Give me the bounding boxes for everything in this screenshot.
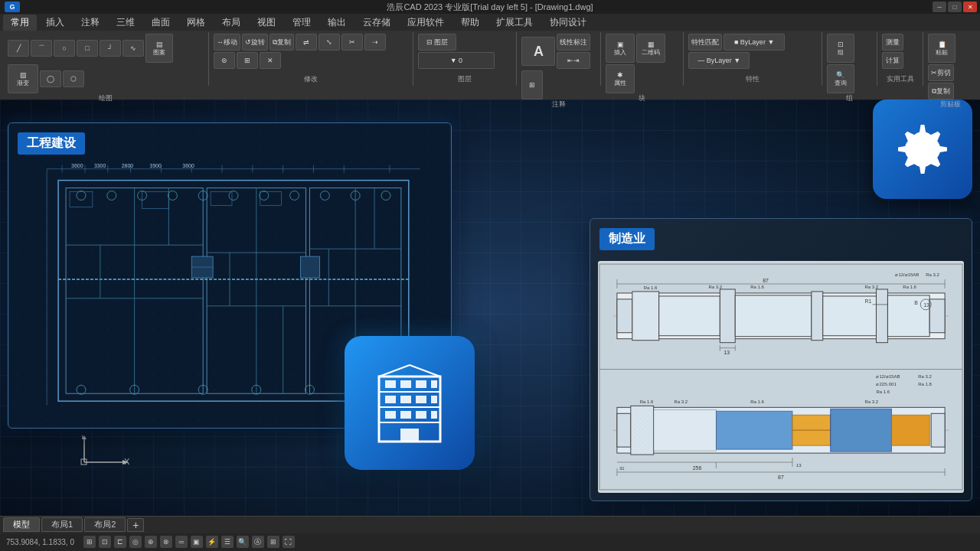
tab-output[interactable]: 输出 — [320, 15, 354, 31]
copy-clipboard-tool[interactable]: ⧉复制 — [928, 83, 954, 99]
svg-text:Y: Y — [80, 435, 86, 440]
circle-tool[interactable]: ○ — [54, 40, 75, 57]
tab-mesh[interactable]: 网格 — [179, 15, 213, 31]
line-tool[interactable]: ╱ — [8, 40, 29, 57]
svg-text:Ra 3.2: Ra 3.2 — [918, 374, 932, 379]
tab-model[interactable]: 模型 — [3, 517, 40, 532]
building-icon-button[interactable] — [345, 336, 475, 470]
anno-icon[interactable]: Ⓐ — [252, 536, 264, 548]
tab-layout1[interactable]: 布局1 — [41, 517, 83, 532]
snap-icon[interactable]: ⊡ — [99, 536, 111, 548]
attrib-tool[interactable]: ✱属性 — [606, 64, 635, 93]
osnap-icon[interactable]: ⊕ — [145, 536, 157, 548]
trim-tool[interactable]: ✂ — [341, 34, 363, 51]
calc-tool[interactable]: 计算 — [882, 52, 903, 69]
tab-manage[interactable]: 管理 — [285, 15, 318, 31]
bylayer-color[interactable]: ■ ByLayer ▼ — [724, 34, 785, 51]
polar-icon[interactable]: ◎ — [129, 536, 142, 548]
zoom-icon[interactable]: 🔍 — [237, 536, 249, 548]
grid-icon[interactable]: ⊞ — [83, 536, 96, 548]
tab-extend[interactable]: 扩展工具 — [488, 15, 541, 31]
barcode-tool[interactable]: ▦二维码 — [636, 34, 665, 63]
annotate-section: A 线性标注 ⇤⇥ ⊞ 注释 — [517, 32, 601, 86]
props-section-label: 特性 — [688, 74, 817, 84]
full-icon[interactable]: ⛶ — [283, 536, 295, 548]
svg-line-159 — [379, 365, 410, 377]
move-tool[interactable]: ↔移动 — [214, 34, 240, 51]
scale-tool[interactable]: ⤡ — [318, 34, 340, 51]
mirror-tool[interactable]: ⇌ — [296, 34, 317, 51]
gradient-tool[interactable]: ▨渐变 — [8, 64, 38, 93]
layer-section: ⊟ 图层 ▼ 0 图层 — [413, 32, 517, 86]
group-tool[interactable]: ⊡组 — [827, 34, 854, 63]
polygon-tool[interactable]: ⬡ — [63, 70, 84, 87]
arc-tool[interactable]: ⌒ — [31, 40, 52, 57]
restore-button[interactable]: □ — [948, 2, 962, 12]
tab-3d[interactable]: 三维 — [109, 15, 142, 31]
otrack-icon[interactable]: ⊗ — [160, 536, 172, 548]
text-tool[interactable]: A — [521, 37, 555, 66]
rect-tool[interactable]: □ — [77, 40, 98, 57]
minimize-button[interactable]: ─ — [933, 2, 946, 12]
match-prop[interactable]: 特性匹配 — [688, 34, 722, 51]
block-tools: ▣插入 ▦二维码 ✱属性 — [606, 34, 678, 93]
ws-icon[interactable]: ⊞ — [267, 536, 279, 548]
layer-dropdown[interactable]: ▼ 0 — [418, 52, 495, 69]
svg-text:Ra 1.6: Ra 1.6 — [903, 285, 916, 289]
svg-rect-122 — [931, 413, 945, 447]
svg-text:Ra 1.6: Ra 1.6 — [750, 285, 764, 289]
canvas-area[interactable]: X Y 工程建设 — [0, 99, 980, 516]
tmodel-icon[interactable]: ▣ — [191, 536, 203, 548]
erase-tool[interactable]: ✕ — [260, 52, 281, 69]
logo-text: G — [9, 3, 15, 11]
rotate-tool[interactable]: ↺旋转 — [242, 34, 268, 51]
svg-rect-85 — [876, 289, 887, 343]
tab-cloud[interactable]: 云存储 — [355, 15, 398, 31]
svg-text:3300: 3300 — [94, 163, 106, 168]
pline-tool[interactable]: ┘ — [100, 40, 121, 57]
hatch-tool[interactable]: ▤图案 — [145, 34, 173, 63]
svg-rect-115 — [891, 415, 929, 445]
insert-block[interactable]: ▣插入 — [606, 34, 635, 63]
tab-collab[interactable]: 协同设计 — [542, 15, 594, 31]
layer-manager[interactable]: ⊟ 图层 — [418, 34, 456, 51]
tab-insert[interactable]: 插入 — [38, 15, 72, 31]
copy-tool[interactable]: ⧉复制 — [270, 34, 294, 51]
status-bar: 模型 布局1 布局2 + 753.9084, 1.1833, 0 ⊞ ⊡ ⊏ ◎… — [0, 516, 980, 551]
offset-tool[interactable]: ⊜ — [214, 52, 235, 69]
table-tool[interactable]: ⊞ — [521, 70, 543, 99]
sc-icon[interactable]: ☰ — [221, 536, 234, 548]
dim-tool[interactable]: 线性标注 — [557, 34, 590, 51]
lwt-icon[interactable]: ═ — [175, 536, 188, 548]
spline-tool[interactable]: ∿ — [122, 40, 144, 57]
tab-surface[interactable]: 曲面 — [144, 15, 178, 31]
tab-common[interactable]: 常用 — [3, 15, 37, 31]
bylayer-linetype[interactable]: — ByLayer ▼ — [688, 52, 750, 69]
extend-tool[interactable]: ⇢ — [364, 34, 386, 51]
tab-add-layout[interactable]: + — [127, 518, 144, 532]
cut-tool[interactable]: ✂剪切 — [928, 64, 954, 81]
tab-layout2[interactable]: 布局2 — [84, 517, 126, 532]
svg-text:2800: 2800 — [122, 163, 134, 168]
tab-layout[interactable]: 布局 — [214, 15, 248, 31]
dim2-tool[interactable]: ⇤⇥ — [557, 52, 590, 69]
svg-text:31: 31 — [619, 466, 625, 471]
ellipse-tool[interactable]: ◯ — [40, 70, 61, 87]
tab-annotate[interactable]: 注释 — [74, 15, 107, 31]
manufacturing-label: 制造业 — [599, 228, 655, 250]
svg-text:⌀12/⌀15AB: ⌀12/⌀15AB — [895, 272, 919, 277]
qp-icon[interactable]: ⚡ — [206, 536, 218, 548]
svg-text:Ra 1.6: Ra 1.6 — [644, 285, 658, 290]
gear-icon-button[interactable] — [873, 99, 972, 199]
svg-text:Ra 3.2: Ra 3.2 — [708, 285, 722, 289]
ortho-icon[interactable]: ⊏ — [114, 536, 126, 548]
tab-view[interactable]: 视图 — [250, 15, 283, 31]
measure-tool[interactable]: 测量 — [882, 34, 903, 51]
close-button[interactable]: ✕ — [963, 2, 977, 12]
array-tool[interactable]: ⊞ — [237, 52, 258, 69]
query-tool[interactable]: 🔍查询 — [827, 64, 854, 93]
tab-help[interactable]: 帮助 — [453, 15, 487, 31]
annotate-tools: A 线性标注 ⇤⇥ ⊞ — [521, 34, 596, 99]
tab-apps[interactable]: 应用软件 — [400, 15, 452, 31]
paste-tool[interactable]: 📋粘贴 — [928, 34, 956, 63]
